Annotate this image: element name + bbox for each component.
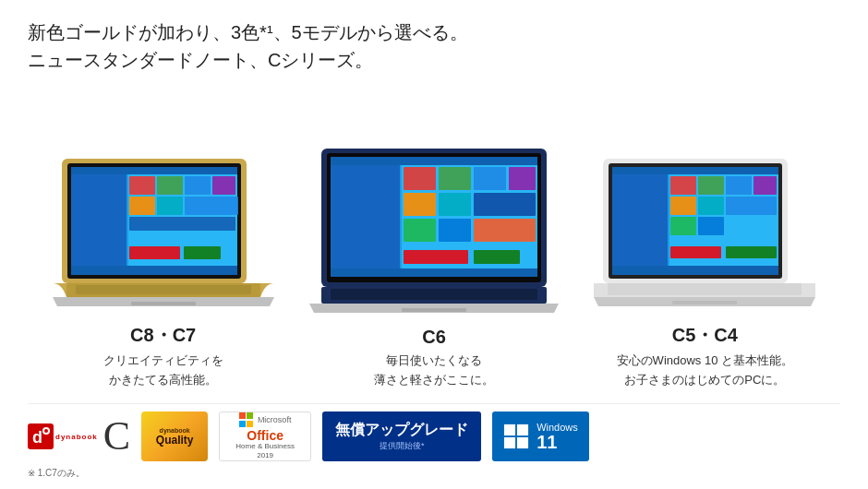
windows-version: 11 [536,433,578,451]
headline-line1: 新色ゴールドが加わり、3色*¹、5モデルから選べる。 [28,18,840,46]
laptop-c5c4-desc: 安心のWindows 10 と基本性能。 お子さまのはじめてのPCに。 [617,352,793,390]
svg-rect-32 [474,193,536,216]
windows-logo [503,423,529,449]
upgrade-main-text: 無償アップグレード [335,421,468,440]
svg-rect-29 [509,167,536,190]
svg-rect-58 [670,246,721,258]
laptops-row: C8・C7 クリエイティビティを かきたてる高性能。 [28,89,840,390]
svg-rect-24 [331,165,400,277]
svg-rect-26 [404,167,436,190]
svg-rect-66 [504,424,515,435]
svg-rect-13 [129,217,235,231]
laptop-c5c4: C5・C4 安心のWindows 10 と基本性能。 お子さまのはじめてのPCに… [570,154,840,390]
footnote: ※ 1.C7のみ。 [28,467,840,480]
svg-rect-10 [129,197,155,215]
svg-rect-48 [670,176,696,195]
headline: 新色ゴールドが加わり、3色*¹、5モデルから選べる。 ニュースタンダードノート、… [28,18,840,74]
svg-rect-18 [76,285,251,294]
dynabook-brand-label: dynabook [55,433,98,441]
svg-rect-49 [698,176,724,195]
laptop-c6-svg [305,144,563,319]
svg-rect-45 [612,167,778,174]
svg-rect-7 [157,176,183,195]
svg-rect-8 [185,176,211,195]
svg-rect-27 [439,167,471,190]
svg-rect-50 [726,176,752,195]
svg-rect-15 [184,246,221,259]
svg-rect-34 [439,219,471,242]
dynabook-logo-group: d dynabook C [28,416,130,457]
svg-rect-33 [404,219,436,242]
laptop-c8c7-svg [43,154,283,316]
microsoft-label: Microsoft [258,415,292,424]
svg-rect-30 [404,193,436,216]
svg-rect-46 [612,174,668,273]
laptop-c6-desc: 毎日使いたくなる 薄さと軽さがここに。 [374,352,494,390]
headline-line2: ニュースタンダードノート、Cシリーズ。 [28,46,840,74]
svg-rect-35 [474,219,536,242]
svg-rect-19 [131,302,196,305]
svg-rect-37 [474,250,520,264]
svg-point-65 [44,429,48,433]
laptop-c8c7-desc: クリエイティビティを かきたてる高性能。 [103,352,223,390]
svg-rect-4 [71,174,127,273]
upgrade-sub-text: 提供開始後* [380,440,425,452]
quality-label: Quality [156,434,194,447]
svg-rect-59 [612,266,778,275]
svg-rect-31 [439,193,471,216]
svg-rect-3 [71,167,237,174]
win11-label-group: Windows 11 [536,422,578,451]
svg-rect-68 [504,437,515,448]
page-wrapper: 新色ゴールドが加わり、3色*¹、5モデルから選べる。 ニュースタンダードノート、… [0,0,868,489]
svg-rect-16 [71,266,237,275]
svg-rect-69 [517,437,528,448]
svg-rect-14 [129,246,180,259]
svg-rect-67 [517,424,528,435]
c-letter: C [103,416,130,457]
svg-rect-60 [608,283,802,295]
upgrade-badge: 無償アップグレード 提供開始後* [322,411,481,461]
svg-rect-41 [402,308,466,312]
svg-rect-61 [672,301,737,304]
footer-bar: d dynabook C dynabook Quality [28,403,840,465]
laptop-c5c4-image [585,154,825,316]
svg-rect-54 [726,197,777,215]
svg-rect-38 [331,268,537,277]
svg-rect-55 [670,217,696,235]
quality-badge: dynabook Quality [141,411,208,461]
office-label: Office [247,429,283,442]
svg-rect-12 [185,197,238,215]
svg-rect-57 [726,246,777,258]
quality-dynabook-label: dynabook [160,427,190,434]
svg-rect-23 [331,157,537,165]
laptop-c8c7-model: C8・C7 [130,323,196,348]
svg-rect-9 [212,176,235,195]
svg-text:d: d [32,428,42,447]
dynabook-icon: d [28,423,54,449]
office-badge: Microsoft Office Home & Business 2019 [219,411,311,461]
ms-logo [239,412,254,427]
svg-rect-56 [698,217,724,235]
svg-rect-51 [753,176,777,195]
svg-rect-40 [331,289,537,300]
laptop-c6-model: C6 [422,327,446,348]
svg-rect-28 [474,167,506,190]
svg-rect-53 [698,197,724,215]
laptop-c5c4-model: C5・C4 [672,323,738,348]
office-top: Microsoft [239,412,292,427]
svg-rect-52 [670,197,696,215]
laptop-c5c4-svg [585,154,825,316]
svg-rect-6 [129,176,155,195]
svg-rect-11 [157,197,183,215]
laptop-c8c7: C8・C7 クリエイティビティを かきたてる高性能。 [28,154,298,390]
laptop-c8c7-image [43,154,283,316]
dynabook-text-group: dynabook [55,433,98,441]
svg-rect-36 [404,250,468,264]
win11-badge: Windows 11 [492,411,589,461]
office-sub-label: Home & Business 2019 [227,442,303,459]
laptop-c6-image [305,144,563,319]
laptop-c6: C6 毎日使いたくなる 薄さと軽さがここに。 [298,144,569,390]
